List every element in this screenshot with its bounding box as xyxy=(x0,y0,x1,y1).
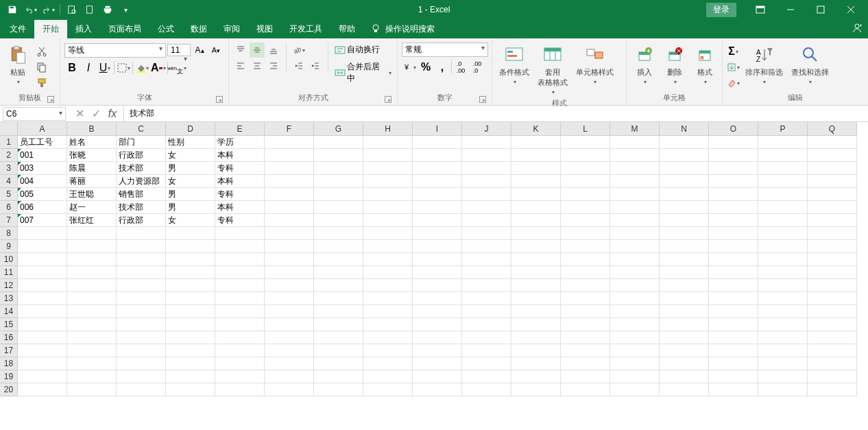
font-size-select[interactable]: 11 xyxy=(167,44,191,56)
cell[interactable] xyxy=(758,214,808,227)
cell[interactable] xyxy=(561,266,610,279)
cell[interactable] xyxy=(18,305,67,318)
cell[interactable] xyxy=(511,357,561,370)
tab-data[interactable]: 数据 xyxy=(182,20,215,38)
cell[interactable] xyxy=(808,305,857,318)
row-header[interactable]: 2 xyxy=(0,149,18,162)
cell[interactable] xyxy=(166,331,215,344)
cell[interactable] xyxy=(610,357,660,370)
cell[interactable] xyxy=(610,175,660,188)
cell[interactable] xyxy=(363,214,413,227)
bold-icon[interactable]: B xyxy=(64,60,80,75)
cell[interactable] xyxy=(117,331,166,344)
row-header[interactable]: 10 xyxy=(0,253,18,266)
cell[interactable] xyxy=(561,227,610,240)
cell[interactable] xyxy=(709,201,758,214)
merge-center-button[interactable]: 合并后居中 ▾ xyxy=(333,60,393,86)
cell[interactable] xyxy=(758,253,808,266)
cell[interactable] xyxy=(314,266,363,279)
cell[interactable] xyxy=(67,279,117,292)
col-header[interactable]: E xyxy=(215,122,265,136)
cell[interactable] xyxy=(363,331,413,344)
cell[interactable] xyxy=(363,162,413,175)
cell[interactable] xyxy=(215,305,265,318)
preview-icon[interactable] xyxy=(64,1,80,18)
cell[interactable] xyxy=(314,136,363,149)
cell[interactable] xyxy=(363,318,413,331)
row-header[interactable]: 14 xyxy=(0,305,18,318)
cell[interactable] xyxy=(67,370,117,383)
cell[interactable] xyxy=(265,344,314,357)
cell[interactable] xyxy=(758,357,808,370)
cell[interactable] xyxy=(561,370,610,383)
cell[interactable] xyxy=(166,227,215,240)
cell[interactable] xyxy=(610,318,660,331)
cell[interactable] xyxy=(511,240,561,253)
cell[interactable] xyxy=(314,175,363,188)
copy-icon[interactable] xyxy=(34,60,49,75)
col-header[interactable]: M xyxy=(610,122,660,136)
cell[interactable] xyxy=(561,331,610,344)
confirm-formula-icon[interactable]: ✓ xyxy=(88,106,104,121)
cell[interactable] xyxy=(660,383,709,396)
cell[interactable] xyxy=(166,344,215,357)
row-header[interactable]: 18 xyxy=(0,357,18,370)
cell[interactable] xyxy=(363,136,413,149)
cell[interactable] xyxy=(18,240,67,253)
align-top-icon[interactable] xyxy=(233,43,248,58)
col-header[interactable]: C xyxy=(117,122,166,136)
cell[interactable] xyxy=(67,240,117,253)
cell[interactable] xyxy=(561,175,610,188)
cell[interactable] xyxy=(117,266,166,279)
delete-cells-button[interactable]: 删除▾ xyxy=(661,43,688,86)
tab-file[interactable]: 文件 xyxy=(1,20,34,38)
cell[interactable] xyxy=(561,279,610,292)
number-format-select[interactable]: 常规 xyxy=(402,43,488,57)
cell[interactable] xyxy=(462,331,511,344)
cell[interactable] xyxy=(18,383,67,396)
cell[interactable] xyxy=(413,318,462,331)
row-header[interactable]: 1 xyxy=(0,136,18,149)
clipboard-dialog-launcher[interactable] xyxy=(47,96,54,103)
row-header[interactable]: 5 xyxy=(0,188,18,201)
row-header[interactable]: 11 xyxy=(0,266,18,279)
close-icon[interactable] xyxy=(836,0,865,19)
cell[interactable]: 销售部 xyxy=(117,188,166,201)
cell[interactable] xyxy=(166,305,215,318)
paste-button[interactable]: 粘贴 ▾ xyxy=(4,43,32,86)
cell[interactable] xyxy=(18,227,67,240)
clear-icon[interactable]: ▾ xyxy=(727,75,740,91)
cell[interactable] xyxy=(561,188,610,201)
cell[interactable] xyxy=(265,149,314,162)
cell[interactable] xyxy=(215,357,265,370)
cell[interactable] xyxy=(709,370,758,383)
border-icon[interactable]: ▾ xyxy=(116,60,131,75)
cell[interactable] xyxy=(561,214,610,227)
cell[interactable] xyxy=(462,227,511,240)
cell[interactable] xyxy=(67,292,117,305)
cell[interactable]: 张晓 xyxy=(67,149,117,162)
cell[interactable] xyxy=(660,175,709,188)
orientation-icon[interactable]: ab▾ xyxy=(291,43,306,58)
cell[interactable]: 专科 xyxy=(215,188,265,201)
cell[interactable] xyxy=(511,162,561,175)
cell[interactable] xyxy=(413,370,462,383)
cell[interactable]: 本科 xyxy=(215,201,265,214)
cell[interactable] xyxy=(462,279,511,292)
row-header[interactable]: 19 xyxy=(0,370,18,383)
cell[interactable] xyxy=(808,331,857,344)
cell[interactable] xyxy=(808,279,857,292)
cell[interactable] xyxy=(660,240,709,253)
cell[interactable] xyxy=(660,279,709,292)
cell[interactable] xyxy=(363,279,413,292)
cell[interactable] xyxy=(67,357,117,370)
decrease-font-icon[interactable]: A▾ xyxy=(208,43,224,58)
cell[interactable] xyxy=(413,383,462,396)
cell[interactable] xyxy=(314,162,363,175)
cell[interactable] xyxy=(610,214,660,227)
increase-font-icon[interactable]: A▴ xyxy=(192,43,207,58)
cell[interactable] xyxy=(67,331,117,344)
underline-icon[interactable]: U▾ xyxy=(97,60,112,75)
row-header[interactable]: 13 xyxy=(0,292,18,305)
cell[interactable] xyxy=(758,240,808,253)
